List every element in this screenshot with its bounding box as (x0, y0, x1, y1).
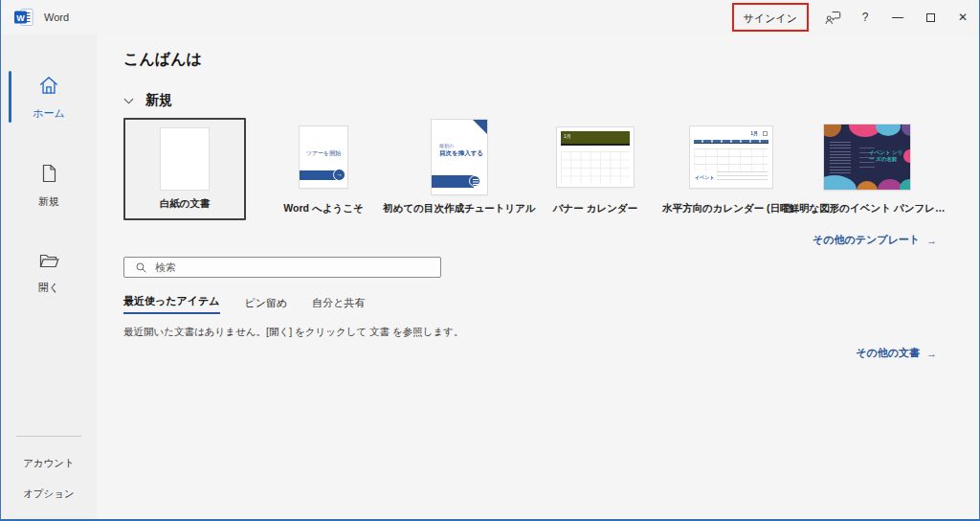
home-icon (36, 73, 61, 98)
arrow-circle-icon: → (333, 169, 345, 181)
thumb-area: ツアーを開始 → (300, 118, 347, 196)
arrow-right-icon: → (926, 235, 937, 246)
calendar-month-banner: 1月 (561, 131, 630, 146)
signin-annotation-box: サインイン (732, 3, 809, 32)
sidebar-item-new-label: 新規 (38, 194, 59, 209)
template-blank-document[interactable]: 白紙の文書 (123, 118, 246, 220)
arrow-right-icon: → (926, 348, 937, 359)
feedback-button[interactable] (816, 0, 849, 34)
title-bar: W Word サインイン ? — ✕ (1, 0, 979, 34)
template-horizontal-calendar[interactable]: 1月 イベント 水平方向のカレンダー (日曜… (663, 118, 799, 215)
blob (900, 179, 910, 190)
tab-recent[interactable]: 最近使ったアイテム (123, 294, 220, 314)
blob (824, 175, 857, 190)
template-banner-calendar[interactable]: 1月 バナー カレンダー (527, 118, 663, 215)
minimize-button[interactable]: — (881, 0, 914, 34)
maximize-button[interactable] (914, 0, 947, 34)
template-gallery: 白紙の文書 ツアーを開始 → Word へようこそ (123, 118, 937, 220)
signin-button[interactable]: サインイン (744, 12, 797, 24)
banner-calendar-thumbnail: 1月 (557, 127, 634, 187)
search-input[interactable] (155, 261, 440, 273)
thumb-area: イベント シリー ズの名前 (824, 118, 910, 196)
mini-grid-icon (763, 131, 768, 136)
chevron-down-icon (123, 98, 134, 104)
more-templates-link[interactable]: その他のテンプレート → (813, 233, 937, 247)
tab-pinned[interactable]: ピン留め (245, 296, 288, 314)
word-app-icon: W (14, 9, 33, 26)
thumb-text: ツアーを開始 (300, 149, 347, 158)
corner-triangle (473, 120, 487, 134)
recent-tabs: 最近使ったアイテム ピン留め 自分と共有 (123, 294, 937, 314)
template-toc-tutorial[interactable]: 最初の 目次を挿入する 初めての目次作成チュートリアル (391, 118, 527, 215)
empty-recent-message: 最近開いた文書はありません。[開く] をクリックして 文書 を参照します。 (123, 326, 937, 339)
template-label: 初めての目次作成チュートリアル (383, 202, 536, 215)
sidebar-item-home[interactable]: ホーム (1, 61, 97, 132)
main-content: こんばんは 新規 白紙の文書 ツアーを開始 (97, 34, 979, 519)
sidebar-divider (16, 436, 81, 437)
template-label: バナー カレンダー (553, 202, 637, 215)
help-button[interactable]: ? (849, 0, 881, 34)
template-label: 鮮明な図形のイベント パンフレ… (790, 202, 946, 215)
blob (876, 125, 901, 136)
tab-shared-with-me[interactable]: 自分と共有 (312, 296, 365, 314)
thumb-text: 最初の (439, 143, 454, 148)
thumb-area: 1月 イベント (690, 118, 772, 196)
blank-page-thumbnail (161, 128, 209, 190)
template-event-brochure[interactable]: イベント シリー ズの名前 鮮明な図形のイベント パンフレ… (799, 118, 935, 215)
blob (857, 181, 878, 190)
word-start-window: W Word サインイン ? — ✕ (0, 0, 980, 521)
blob (902, 125, 910, 136)
template-label: 水平方向のカレンダー (日曜… (662, 202, 800, 215)
calendar-grid (561, 151, 630, 183)
search-box[interactable] (123, 257, 441, 278)
template-label: 白紙の文書 (160, 197, 211, 211)
horizontal-calendar-thumbnail: 1月 イベント (690, 126, 772, 188)
welcome-thumbnail: ツアーを開始 → (300, 126, 347, 188)
list-circle-icon (469, 175, 480, 187)
sidebar: ホーム 新規 開く アカウント オプション (1, 34, 97, 519)
sidebar-footer: アカウント オプション (1, 436, 97, 519)
thumb-area: 最初の 目次を挿入する (432, 118, 487, 196)
sidebar-item-open-label: 開く (38, 281, 59, 295)
calendar-grid (694, 148, 768, 171)
thumb-text: 目次を挿入する (439, 149, 483, 158)
blob (824, 125, 841, 137)
weekday-band (694, 140, 768, 144)
toc-tutorial-thumbnail: 最初の 目次を挿入する (432, 120, 487, 194)
more-documents-label: その他の文書 (856, 346, 920, 360)
sidebar-item-new[interactable]: 新規 (1, 149, 97, 220)
thumb-banner-bar (432, 175, 474, 188)
more-documents-link[interactable]: その他の文書 → (856, 346, 937, 360)
new-document-icon (37, 161, 60, 186)
open-folder-icon (36, 249, 61, 272)
svg-text:W: W (16, 13, 25, 23)
sidebar-item-home-label: ホーム (33, 106, 65, 121)
brochure-title-text: イベント シリー ズの名前 (869, 149, 903, 164)
sidebar-item-open[interactable]: 開く (1, 238, 97, 306)
thumb-banner-bar: → (300, 170, 338, 180)
event-text: イベント (695, 174, 714, 180)
close-button[interactable]: ✕ (947, 0, 979, 34)
new-section-header[interactable]: 新規 (123, 92, 937, 109)
calendar-month-text: 1月 (750, 130, 758, 136)
more-documents-row: その他の文書 → (123, 346, 937, 360)
sidebar-item-options[interactable]: オプション (23, 479, 75, 510)
titlebar-controls: サインイン ? — ✕ (732, 0, 979, 34)
brochure-thumbnail: イベント シリー ズの名前 (824, 125, 910, 190)
thumb-area: 1月 (557, 118, 634, 196)
template-welcome-to-word[interactable]: ツアーを開始 → Word へようこそ (256, 118, 391, 215)
blob (903, 149, 910, 163)
body-text-lines (830, 142, 851, 174)
new-section-title: 新規 (145, 92, 172, 109)
sidebar-item-account[interactable]: アカウント (23, 448, 75, 479)
event-lines (717, 171, 768, 181)
app-body: ホーム 新規 開く アカウント オプション (1, 34, 979, 519)
maximize-icon (926, 13, 935, 22)
template-label: Word へようこそ (283, 202, 363, 215)
search-icon (135, 261, 147, 274)
more-templates-row: その他のテンプレート → (123, 233, 937, 247)
greeting-heading: こんばんは (123, 50, 937, 70)
more-templates-label: その他のテンプレート (813, 233, 920, 247)
app-title: Word (44, 11, 69, 23)
